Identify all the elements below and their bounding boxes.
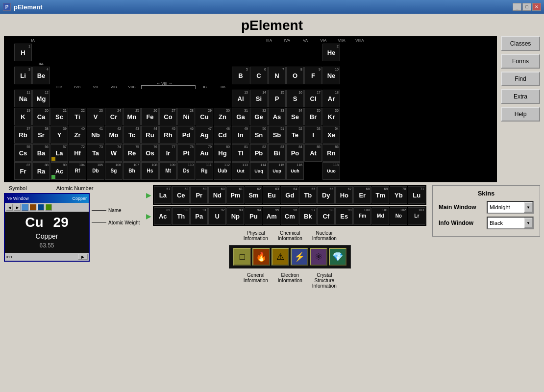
element-Sg[interactable]: 106Sg [105, 162, 123, 180]
element-Uut[interactable]: 113Uut [232, 162, 249, 180]
element-Cl[interactable]: 17Cl [304, 90, 322, 107]
electron-icon-btn[interactable]: ⚛ [310, 248, 327, 266]
element-Hg[interactable]: 80Hg [214, 144, 231, 162]
element-Cu[interactable]: 29Cu [196, 108, 213, 125]
eiw-tb-home[interactable] [22, 204, 28, 211]
forms-button[interactable]: Forms [501, 54, 540, 69]
element-Pt[interactable]: 78Pt [177, 144, 195, 162]
element-Cs[interactable]: 55Cs [14, 144, 32, 162]
element-Cm[interactable]: 96Cm [281, 207, 298, 225]
element-Hs[interactable]: 108Hs [141, 162, 159, 180]
eiw-tb-fwd[interactable]: ▶ [14, 204, 21, 211]
element-W[interactable]: 74W [105, 144, 123, 162]
element-I[interactable]: 53I [304, 126, 322, 144]
eiw-tb-back[interactable]: ◀ [6, 204, 13, 211]
element-Ra[interactable]: 88Ra [32, 162, 50, 180]
element-Cd[interactable]: 48Cd [214, 126, 231, 144]
element-Sn[interactable]: 50Sn [250, 126, 268, 144]
element-Ba[interactable]: 56Ba [32, 144, 50, 162]
element-Md[interactable]: 101Md [371, 207, 389, 225]
hazard-icon-btn[interactable]: ⚠ [272, 248, 289, 266]
element-U[interactable]: 92U [208, 207, 226, 225]
element-Hf[interactable]: 72Hf [69, 144, 86, 162]
element-Tc[interactable]: 43Tc [123, 126, 141, 144]
element-Mg[interactable]: 12Mg [32, 90, 50, 107]
element-Dy[interactable]: 66Dy [317, 186, 335, 204]
element-Eu[interactable]: 63Eu [263, 186, 280, 204]
element-Bh[interactable]: 107Bh [123, 162, 141, 180]
element-Rh[interactable]: 45Rh [159, 126, 177, 144]
element-Cr[interactable]: 24Cr [105, 108, 123, 125]
element-Rb[interactable]: 37Rb [14, 126, 32, 144]
element-Fr[interactable]: 87Fr [14, 162, 32, 180]
element-Mt[interactable]: 109Mt [159, 162, 177, 180]
element-F[interactable]: 9F [304, 67, 322, 84]
element-C[interactable]: 6C [250, 67, 268, 84]
element-Rn[interactable]: 86Rn [322, 144, 340, 162]
element-Rg[interactable]: 111Rg [196, 162, 213, 180]
element-Ar[interactable]: 18Ar [322, 90, 340, 107]
element-Te[interactable]: 52Te [286, 126, 304, 144]
element-Ne[interactable]: 10Ne [322, 67, 340, 84]
element-Lu[interactable]: 71Lu [408, 186, 425, 204]
element-N[interactable]: 7N [268, 67, 286, 84]
element-Sr[interactable]: 38Sr [32, 126, 50, 144]
element-Am[interactable]: 95Am [263, 207, 280, 225]
element-Tb[interactable]: 65Tb [299, 186, 317, 204]
element-Ti[interactable]: 22Ti [69, 108, 86, 125]
element-Ag[interactable]: 47Ag [196, 126, 213, 144]
element-Ta[interactable]: 73Ta [87, 144, 104, 162]
element-Al[interactable]: 13Al [232, 90, 249, 107]
element-Pu[interactable]: 94Pu [245, 207, 262, 225]
crystal-icon-btn[interactable]: 💎 [329, 248, 346, 266]
element-Mn[interactable]: 25Mn [123, 108, 141, 125]
eiw-tb-b2[interactable] [37, 204, 44, 211]
element-Ho[interactable]: 67Ho [335, 186, 353, 204]
element-Se[interactable]: 34Se [286, 108, 304, 125]
element-Mo[interactable]: 42Mo [105, 126, 123, 144]
element-Ac2[interactable]: 89Ac [154, 207, 172, 225]
energy-icon-btn[interactable]: ⚡ [291, 248, 308, 266]
element-Si[interactable]: 14Si [250, 90, 268, 107]
element-Pa[interactable]: 91Pa [190, 207, 208, 225]
element-Bi[interactable]: 83Bi [268, 144, 286, 162]
element-Fe[interactable]: 26Fe [141, 108, 159, 125]
element-P[interactable]: 15P [268, 90, 286, 107]
element-Kr[interactable]: 36Kr [322, 108, 340, 125]
element-H[interactable]: 1H [14, 44, 32, 61]
element-Ga[interactable]: 31Ga [232, 108, 249, 125]
element-Pd[interactable]: 46Pd [177, 126, 195, 144]
element-Db[interactable]: 105Db [87, 162, 104, 180]
element-Ni[interactable]: 28Ni [177, 108, 195, 125]
element-Es[interactable]: 99Es [335, 207, 353, 225]
element-Ce[interactable]: 58Ce [172, 186, 190, 204]
element-Xe[interactable]: 54Xe [322, 126, 340, 144]
element-Uuo[interactable]: 118Uuo [322, 162, 340, 180]
element-Co[interactable]: 27Co [159, 108, 177, 125]
element-Sb[interactable]: 51Sb [268, 126, 286, 144]
element-Pm[interactable]: 61Pm [226, 186, 244, 204]
element-B[interactable]: 5B [232, 67, 249, 84]
element-Pb[interactable]: 82Pb [250, 144, 268, 162]
element-Cf[interactable]: 98Cf [317, 207, 335, 225]
element-S[interactable]: 16S [286, 90, 304, 107]
element-Uuh[interactable]: 116Uuh [286, 162, 304, 180]
element-At[interactable]: 85At [304, 144, 322, 162]
info-window-select-wrapper[interactable]: Black ▼ [487, 217, 534, 229]
element-Th[interactable]: 90Th [172, 207, 190, 225]
maximize-button[interactable]: □ [522, 3, 531, 11]
element-Au[interactable]: 79Au [196, 144, 213, 162]
close-button[interactable]: ✕ [532, 3, 541, 11]
element-Gd[interactable]: 64Gd [281, 186, 298, 204]
element-Os[interactable]: 76Os [141, 144, 159, 162]
element-Np[interactable]: 93Np [226, 207, 244, 225]
find-button[interactable]: Find [501, 72, 540, 86]
classes-button[interactable]: Classes [501, 36, 540, 51]
element-No[interactable]: 102No [390, 207, 407, 225]
main-window-dropdown-arrow[interactable]: ▼ [524, 202, 533, 213]
element-Ru[interactable]: 44Ru [141, 126, 159, 144]
element-Lr[interactable]: 103Lr [408, 207, 425, 225]
element-Ir[interactable]: 77Ir [159, 144, 177, 162]
element-Zr[interactable]: 40Zr [69, 126, 86, 144]
element-Bk[interactable]: 97Bk [299, 207, 317, 225]
